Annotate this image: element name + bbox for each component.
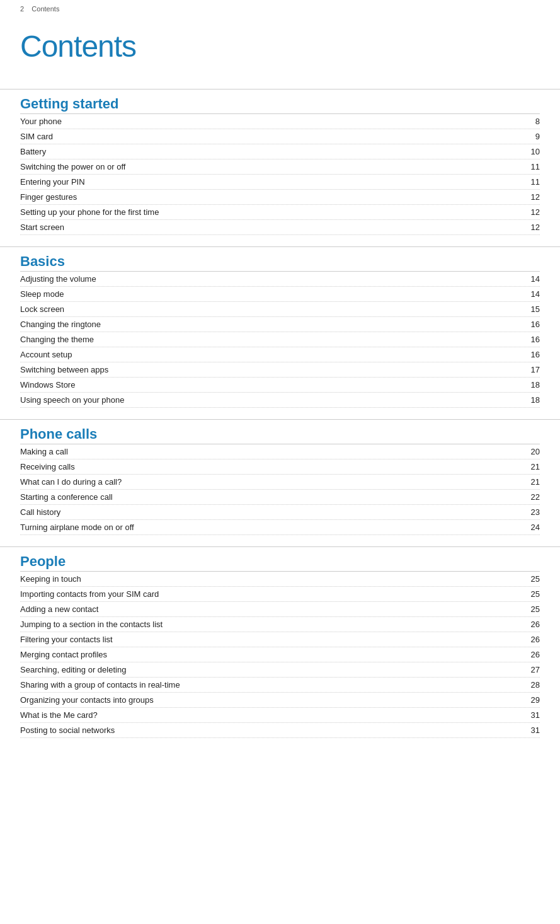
toc-item-label: Lock screen xyxy=(20,304,520,314)
toc-item-page: 12 xyxy=(520,207,540,217)
toc-item-label: Switching between apps xyxy=(20,365,520,374)
toc-item-label: Changing the theme xyxy=(20,335,520,344)
toc-item-label: Posting to social networks xyxy=(20,725,520,735)
toc-item-page: 24 xyxy=(520,523,540,532)
toc-row: Setting up your phone for the first time… xyxy=(20,205,540,220)
toc-row: Merging contact profiles26 xyxy=(20,647,540,662)
toc-row: Account setup16 xyxy=(20,347,540,362)
toc-row: Start screen12 xyxy=(20,220,540,235)
toc-row: SIM card9 xyxy=(20,129,540,144)
section-people: PeopleKeeping in touch25Importing contac… xyxy=(0,546,560,738)
toc-item-label: Entering your PIN xyxy=(20,177,520,187)
toc-item-label: Finger gestures xyxy=(20,192,520,202)
toc-item-label: Filtering your contacts list xyxy=(20,635,520,644)
toc-item-page: 25 xyxy=(520,604,540,614)
toc-item-label: What can I do during a call? xyxy=(20,477,520,487)
toc-row: Importing contacts from your SIM card25 xyxy=(20,587,540,602)
toc-item-page: 26 xyxy=(520,650,540,659)
toc-item-label: Making a call xyxy=(20,447,520,456)
toc-row: Filtering your contacts list26 xyxy=(20,632,540,647)
toc-item-label: Importing contacts from your SIM card xyxy=(20,589,520,599)
toc-row: Changing the theme16 xyxy=(20,332,540,347)
toc-row: Adjusting the volume14 xyxy=(20,272,540,287)
toc-item-page: 21 xyxy=(520,477,540,487)
toc-item-page: 27 xyxy=(520,665,540,674)
header-label: Contents xyxy=(31,5,59,13)
toc-item-label: Your phone xyxy=(20,117,520,126)
toc-row: Changing the ringtone16 xyxy=(20,317,540,332)
toc-item-page: 18 xyxy=(520,395,540,405)
toc-item-label: Sharing with a group of contacts in real… xyxy=(20,680,520,690)
toc-item-label: Organizing your contacts into groups xyxy=(20,695,520,705)
toc-item-page: 17 xyxy=(520,365,540,374)
toc-item-page: 31 xyxy=(520,710,540,720)
section-getting-started: Getting startedYour phone8SIM card9Batte… xyxy=(0,89,560,235)
toc-row: What can I do during a call?21 xyxy=(20,475,540,490)
toc-item-page: 29 xyxy=(520,695,540,705)
toc-row: Receiving calls21 xyxy=(20,459,540,475)
toc-item-page: 9 xyxy=(520,132,540,141)
toc-row: Jumping to a section in the contacts lis… xyxy=(20,617,540,632)
toc-item-label: Turning airplane mode on or off xyxy=(20,523,520,532)
toc-row: What is the Me card?31 xyxy=(20,708,540,723)
toc-item-label: Merging contact profiles xyxy=(20,650,520,659)
toc-row: Posting to social networks31 xyxy=(20,723,540,738)
toc-row: Call history23 xyxy=(20,505,540,520)
toc-item-label: Changing the ringtone xyxy=(20,320,520,329)
toc-item-page: 28 xyxy=(520,680,540,690)
toc-item-page: 12 xyxy=(520,192,540,202)
toc-item-label: Using speech on your phone xyxy=(20,395,520,405)
toc-row: Lock screen15 xyxy=(20,302,540,317)
toc-item-label: Start screen xyxy=(20,222,520,232)
page-header: 2 Contents xyxy=(0,0,560,18)
toc-row: Switching between apps17 xyxy=(20,362,540,378)
toc-row: Making a call20 xyxy=(20,444,540,459)
section-title-phone-calls: Phone calls xyxy=(20,420,540,444)
toc-item-page: 14 xyxy=(520,289,540,299)
toc-row: Keeping in touch25 xyxy=(20,572,540,587)
toc-item-label: Setting up your phone for the first time xyxy=(20,207,520,217)
toc-item-label: Account setup xyxy=(20,350,520,359)
toc-item-label: What is the Me card? xyxy=(20,710,520,720)
toc-item-page: 11 xyxy=(520,162,540,171)
toc-row: Using speech on your phone18 xyxy=(20,393,540,408)
toc-item-page: 31 xyxy=(520,725,540,735)
section-basics: BasicsAdjusting the volume14Sleep mode14… xyxy=(0,246,560,408)
toc-item-label: Receiving calls xyxy=(20,462,520,471)
toc-item-page: 16 xyxy=(520,335,540,344)
toc-item-page: 23 xyxy=(520,507,540,517)
toc-item-page: 18 xyxy=(520,380,540,390)
toc-row: Sharing with a group of contacts in real… xyxy=(20,678,540,693)
section-phone-calls: Phone callsMaking a call20Receiving call… xyxy=(0,419,560,535)
toc-item-page: 22 xyxy=(520,492,540,502)
toc-item-page: 14 xyxy=(520,274,540,284)
section-title-getting-started: Getting started xyxy=(20,90,540,114)
toc-item-label: Searching, editing or deleting xyxy=(20,665,520,674)
toc-item-label: Call history xyxy=(20,507,520,517)
toc-item-page: 16 xyxy=(520,320,540,329)
toc-item-label: Switching the power on or off xyxy=(20,162,520,171)
toc-item-label: Adding a new contact xyxy=(20,604,520,614)
toc-item-page: 26 xyxy=(520,620,540,629)
toc-row: Sleep mode14 xyxy=(20,287,540,302)
toc-item-label: Windows Store xyxy=(20,380,520,390)
toc-row: Finger gestures12 xyxy=(20,190,540,205)
toc-row: Turning airplane mode on or off24 xyxy=(20,520,540,535)
toc-item-page: 25 xyxy=(520,589,540,599)
toc-row: Your phone8 xyxy=(20,114,540,129)
toc-item-page: 16 xyxy=(520,350,540,359)
toc-item-label: Starting a conference call xyxy=(20,492,520,502)
toc-item-page: 12 xyxy=(520,222,540,232)
toc-item-page: 21 xyxy=(520,462,540,471)
toc-item-page: 10 xyxy=(520,147,540,156)
toc-row: Starting a conference call22 xyxy=(20,490,540,505)
toc-item-page: 25 xyxy=(520,574,540,584)
section-title-people: People xyxy=(20,547,540,572)
toc-row: Adding a new contact25 xyxy=(20,602,540,617)
toc-row: Entering your PIN11 xyxy=(20,175,540,190)
toc-item-label: Keeping in touch xyxy=(20,574,520,584)
toc-row: Windows Store18 xyxy=(20,378,540,393)
toc-row: Battery10 xyxy=(20,144,540,159)
toc-item-label: Jumping to a section in the contacts lis… xyxy=(20,620,520,629)
toc-row: Organizing your contacts into groups29 xyxy=(20,693,540,708)
